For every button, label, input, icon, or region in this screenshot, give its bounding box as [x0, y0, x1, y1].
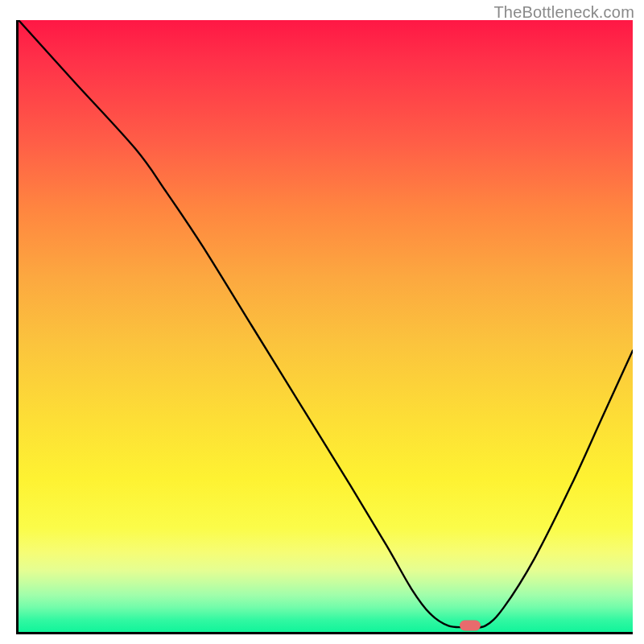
bottleneck-chart: TheBottleneck.com: [0, 0, 644, 644]
optimal-point-marker: [460, 621, 481, 631]
plot-area: [16, 20, 633, 634]
bottleneck-curve: [19, 20, 633, 632]
watermark-text: TheBottleneck.com: [493, 3, 634, 22]
